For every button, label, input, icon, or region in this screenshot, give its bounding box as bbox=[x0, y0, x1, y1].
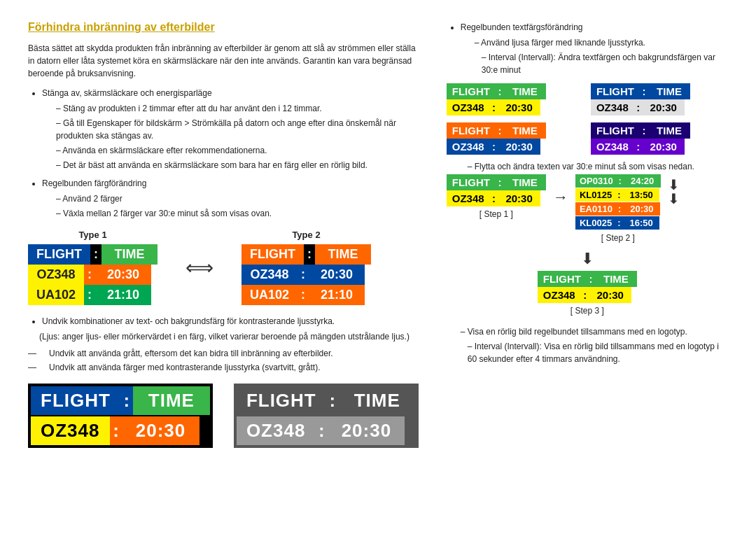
step1-label: [ Step 1 ] bbox=[479, 209, 513, 219]
v1-flight: FLIGHT bbox=[447, 83, 496, 99]
down-arrow-1: ⬇ bbox=[668, 178, 680, 192]
s2-row4-id: KL0025 bbox=[575, 216, 616, 230]
time-label: TIME bbox=[315, 244, 371, 265]
v2-colon-d: : bbox=[634, 99, 643, 115]
step3-arrow: ⬇ bbox=[581, 250, 594, 268]
step1-board: FLIGHT : TIME OZ348 : 20:30 bbox=[447, 174, 546, 206]
time-label: TIME bbox=[102, 244, 158, 265]
list-item: Stäng av produkten i 2 timmar efter att … bbox=[56, 102, 419, 115]
lb1-oz: OZ348 bbox=[31, 416, 110, 445]
colon-data2: : bbox=[298, 285, 309, 305]
ua-time-value: 21:10 bbox=[309, 285, 365, 305]
right-sub-1: Interval (Intervall): Ändra textfärgen o… bbox=[482, 51, 728, 76]
step2-board: OP0310 : 24:20 KL0125 : 13:50 EA0110 : bbox=[575, 174, 661, 230]
large-boards-row: FLIGHT : TIME OZ348 : 20:30 FLIGHT : TIM… bbox=[28, 384, 419, 448]
type1-label: Type 1 bbox=[78, 230, 106, 240]
list-item: Det är bäst att använda en skärmsläckare… bbox=[56, 159, 419, 171]
large-board-1: FLIGHT : TIME OZ348 : 20:30 bbox=[28, 384, 213, 448]
large-board-2: FLIGHT : TIME OZ348 : 20:30 bbox=[234, 384, 419, 448]
step3-label: [ Step 3 ] bbox=[570, 306, 604, 316]
lb1-colon-h: : bbox=[120, 386, 133, 415]
type2-label: Type 2 bbox=[292, 230, 320, 240]
s2-row3-colon: : bbox=[617, 202, 624, 216]
s2-row2-colon: : bbox=[616, 188, 623, 202]
v1-val: 20:30 bbox=[498, 99, 540, 115]
dash-note-steps: Flytta och ändra texten var 30:e minut s… bbox=[468, 162, 728, 171]
step-arrow-1: → bbox=[553, 174, 568, 206]
lb2-colon-d: : bbox=[315, 416, 328, 445]
v2-time: TIME bbox=[648, 83, 690, 99]
down-arrow-2: ⬇ bbox=[668, 192, 680, 206]
intro-text: Bästa sättet att skydda produkten från i… bbox=[28, 42, 419, 80]
colon-header: : bbox=[90, 244, 102, 265]
oz-value: OZ348 bbox=[241, 265, 298, 285]
avoid-list: Undvik kombinationer av text- och bakgru… bbox=[42, 315, 419, 343]
v3-time: TIME bbox=[504, 122, 546, 139]
v4-val: 20:30 bbox=[643, 139, 685, 155]
lb2-time: TIME bbox=[339, 386, 416, 415]
list-item: Använd 2 färger bbox=[56, 192, 419, 205]
ua-value: UA102 bbox=[241, 285, 298, 305]
types-row: Type 1 FLIGHT : TIME OZ348 : 20:30 UA102 bbox=[28, 230, 419, 305]
colon-header: : bbox=[304, 244, 315, 265]
lb1-colon-d: : bbox=[110, 416, 122, 445]
s1-val: 20:30 bbox=[498, 190, 540, 206]
final-notes-list: Visa en rörlig bild regelbundet tillsamm… bbox=[461, 325, 728, 365]
v1-colon-h: : bbox=[496, 83, 504, 99]
list-item: Använda en skärmsläckare efter rekommend… bbox=[56, 144, 419, 157]
colon-data: : bbox=[298, 265, 309, 285]
sm-board-v3: FLIGHT : TIME OZ348 : 20:30 bbox=[447, 122, 584, 155]
s2-row1-time: 24:20 bbox=[624, 174, 661, 188]
lb2-flight: FLIGHT bbox=[237, 386, 326, 415]
s2-row3-time: 20:30 bbox=[624, 202, 660, 216]
lb2-colon-h: : bbox=[326, 386, 339, 415]
time-value: 20:30 bbox=[309, 265, 365, 285]
page-heading: Förhindra inbränning av efterbilder bbox=[28, 21, 419, 34]
step2-block: OP0310 : 24:20 KL0125 : 13:50 EA0110 : bbox=[575, 174, 661, 243]
step3-board: FLIGHT : TIME OZ348 : 20:30 bbox=[538, 271, 637, 303]
s1-time: TIME bbox=[504, 174, 546, 190]
right-dash-1: Använd ljusa färger med liknande ljussty… bbox=[475, 36, 728, 49]
s3-flight: FLIGHT bbox=[538, 271, 587, 287]
type1-block: Type 1 FLIGHT : TIME OZ348 : 20:30 UA102 bbox=[28, 230, 158, 305]
ua-value: UA102 bbox=[28, 285, 84, 305]
s2-row1-id: OP0310 bbox=[575, 174, 617, 188]
type2-block: Type 2 FLIGHT : TIME OZ348 : 20:30 UA102 bbox=[241, 230, 371, 305]
flight-label: FLIGHT bbox=[28, 244, 90, 265]
s2-row4-colon: : bbox=[616, 216, 623, 230]
sm-board-v2: FLIGHT : TIME OZ348 : 20:30 bbox=[591, 83, 728, 115]
s3-val: 20:30 bbox=[589, 287, 631, 303]
ua-time-value: 21:10 bbox=[95, 285, 151, 305]
oz-value: OZ348 bbox=[28, 265, 84, 285]
steps-row: FLIGHT : TIME OZ348 : 20:30 [ Step 1 ] → bbox=[447, 174, 728, 243]
right-bullet-list: Regelbunden textfärgsförändring Använd l… bbox=[461, 21, 728, 76]
swap-arrow: ⟺ bbox=[178, 256, 220, 279]
s2-row2-time: 13:50 bbox=[623, 188, 659, 202]
v1-time: TIME bbox=[504, 83, 546, 99]
avoid-note-2: Undvik att använda grått, eftersom det k… bbox=[28, 349, 419, 358]
boards-grid: FLIGHT : TIME OZ348 : 20:30 FLIGHT : bbox=[447, 83, 728, 155]
sm-board-v1: FLIGHT : TIME OZ348 : 20:30 bbox=[447, 83, 584, 115]
left-column: Förhindra inbränning av efterbilder Bäst… bbox=[28, 21, 419, 448]
v2-colon-h: : bbox=[640, 83, 648, 99]
v3-colon-h: : bbox=[496, 122, 504, 139]
v4-colon-h: : bbox=[640, 122, 648, 139]
s2-row4-time: 16:50 bbox=[623, 216, 659, 230]
type2-board: FLIGHT : TIME OZ348 : 20:30 UA102 : 21:1… bbox=[241, 244, 371, 305]
v4-flight: FLIGHT bbox=[591, 122, 640, 139]
v1-oz: OZ348 bbox=[447, 99, 490, 115]
lb2-oz: OZ348 bbox=[237, 416, 316, 445]
list-item: Regelbunden färgförändring bbox=[42, 177, 419, 190]
v2-oz: OZ348 bbox=[591, 99, 634, 115]
time-value: 20:30 bbox=[95, 265, 151, 285]
sm-board-v4: FLIGHT : TIME OZ348 : 20:30 bbox=[591, 122, 728, 155]
page-layout: Förhindra inbränning av efterbilder Bäst… bbox=[28, 21, 728, 448]
s1-colon-h: : bbox=[496, 174, 504, 190]
v3-val: 20:30 bbox=[498, 139, 540, 155]
list-item: Stänga av, skärmsläckare och energisparl… bbox=[42, 87, 419, 99]
final-note-1: Visa en rörlig bild regelbundet tillsamm… bbox=[461, 325, 728, 338]
s1-oz: OZ348 bbox=[447, 190, 490, 206]
s1-flight: FLIGHT bbox=[447, 174, 496, 190]
s3-colon-d: : bbox=[581, 287, 589, 303]
v3-flight: FLIGHT bbox=[447, 122, 496, 139]
